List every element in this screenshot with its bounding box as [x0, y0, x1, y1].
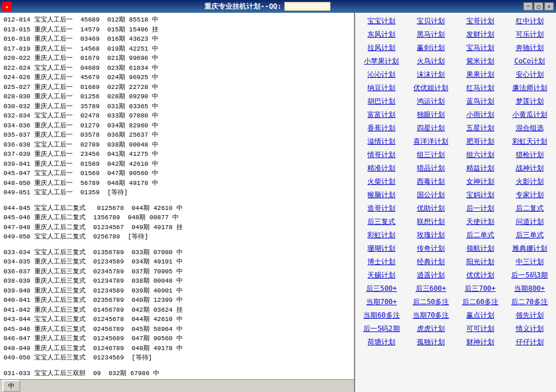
- plan-link[interactable]: 可可计划: [456, 323, 505, 335]
- plan-link[interactable]: 战神计划: [505, 162, 554, 174]
- plan-link[interactable]: 财神计划: [456, 336, 505, 348]
- plan-link[interactable]: 后一计划: [456, 202, 505, 215]
- plan-link[interactable]: 后三复式: [357, 216, 406, 228]
- plan-link[interactable]: 红马计划: [456, 82, 505, 94]
- plan-link[interactable]: 逍遥计划: [407, 269, 455, 281]
- plan-link[interactable]: 珊瑚计划: [357, 243, 406, 255]
- plan-link[interactable]: 四星计划: [407, 122, 455, 134]
- plan-link[interactable]: 后三单式: [505, 229, 554, 241]
- plan-link[interactable]: 奔驰计划: [505, 42, 554, 54]
- plan-link[interactable]: 赢剑计划: [407, 42, 455, 54]
- plan-link[interactable]: 后三700+: [456, 283, 505, 295]
- plan-link[interactable]: 优优姐计划: [407, 82, 455, 94]
- plan-link[interactable]: 溢情计划: [357, 136, 406, 148]
- plan-link[interactable]: 果果计划: [456, 69, 505, 81]
- plan-link[interactable]: 香蕉计划: [357, 122, 406, 134]
- plan-link[interactable]: 火鸟计划: [407, 55, 455, 67]
- plan-link[interactable]: 后三600+: [407, 283, 455, 295]
- plan-link[interactable]: 黑马计划: [407, 28, 455, 41]
- plan-link[interactable]: 安心计划: [505, 69, 554, 81]
- plan-link[interactable]: 鸿运计划: [407, 95, 455, 108]
- plan-link[interactable]: 领航计划: [456, 243, 505, 255]
- plan-link[interactable]: 独眼计划: [407, 109, 455, 121]
- plan-link[interactable]: 彩虹计划: [357, 229, 406, 241]
- plan-link[interactable]: 领先计划: [505, 309, 554, 322]
- plan-link[interactable]: 情义计划: [505, 323, 554, 335]
- plan-link[interactable]: 传奇计划: [407, 243, 455, 255]
- plan-link[interactable]: 梦莲计划: [505, 95, 554, 108]
- plan-link[interactable]: 天使计划: [456, 216, 505, 228]
- plan-link[interactable]: 彩虹天计划: [505, 136, 554, 148]
- plan-link[interactable]: 赢点计划: [456, 309, 505, 322]
- plan-link[interactable]: 组三计划: [407, 149, 455, 161]
- plan-link[interactable]: 廉法师计划: [505, 82, 554, 94]
- plan-link[interactable]: 雅典娜计划: [505, 243, 554, 255]
- plan-link[interactable]: 紫米计划: [456, 55, 505, 67]
- plan-link[interactable]: 精准计划: [357, 162, 406, 174]
- plan-link[interactable]: 猴脑计划: [357, 189, 406, 201]
- plan-link[interactable]: 宝贝计划: [407, 15, 455, 27]
- data-scroll-area[interactable]: 012-014 宝宝人工后一 45689 012期 85518 中013-015…: [0, 13, 354, 379]
- plan-link[interactable]: 经典计划: [407, 256, 455, 268]
- plan-link[interactable]: 西毒计划: [407, 176, 455, 188]
- plan-link[interactable]: 后三500+: [357, 283, 406, 295]
- plan-link[interactable]: 当期700+: [357, 296, 406, 308]
- plan-link[interactable]: 后二单式: [456, 229, 505, 241]
- plan-link[interactable]: 专家计划: [505, 189, 554, 201]
- plan-link[interactable]: 东风计划: [357, 28, 406, 41]
- plan-link[interactable]: 小黄瓜计划: [505, 109, 554, 121]
- maximize-button[interactable]: □: [534, 2, 543, 10]
- plan-link[interactable]: 荷塘计划: [357, 336, 406, 348]
- plan-link[interactable]: 火影计划: [505, 176, 554, 188]
- plan-link[interactable]: 联想计划: [407, 216, 455, 228]
- plan-link[interactable]: 宝哥计划: [456, 15, 505, 27]
- plan-link[interactable]: 混合组选: [505, 122, 554, 134]
- plan-link[interactable]: 玫瑰计划: [407, 229, 455, 241]
- plan-link[interactable]: 后二70多注: [505, 296, 554, 308]
- plan-link[interactable]: 精益计划: [456, 162, 505, 174]
- plan-link[interactable]: 虎虎计划: [407, 323, 455, 335]
- plan-link[interactable]: 孤独计划: [407, 336, 455, 348]
- plan-link[interactable]: 小雨计划: [456, 109, 505, 121]
- plan-link[interactable]: 肥哥计划: [456, 136, 505, 148]
- plan-link[interactable]: 后二50多注: [407, 296, 455, 308]
- qq-input[interactable]: [284, 2, 331, 11]
- plan-link[interactable]: 天赐计划: [357, 269, 406, 281]
- plan-link[interactable]: 蓝鸟计划: [456, 95, 505, 108]
- plan-link[interactable]: 优优计划: [456, 269, 505, 281]
- plan-link[interactable]: CoCo计划: [505, 55, 554, 67]
- plan-link[interactable]: 小苹果计划: [357, 55, 406, 67]
- plan-link[interactable]: 拉风计划: [357, 42, 406, 54]
- plan-link[interactable]: 博士计划: [357, 256, 406, 268]
- plan-link[interactable]: 后二复式: [505, 202, 554, 215]
- plan-link[interactable]: 喜洋洋计划: [407, 136, 455, 148]
- plan-link[interactable]: 可乐计划: [505, 28, 554, 41]
- plan-link[interactable]: 造哥计划: [357, 202, 406, 215]
- minimize-button[interactable]: ─: [523, 2, 533, 10]
- plan-link[interactable]: 后二60多注: [456, 296, 505, 308]
- plan-link[interactable]: 阳光计划: [456, 256, 505, 268]
- plan-link[interactable]: 沫沫计划: [407, 69, 455, 81]
- plan-link[interactable]: 当期60多注: [357, 309, 406, 322]
- plan-link[interactable]: 火柴计划: [357, 176, 406, 188]
- plan-link[interactable]: 女神计划: [456, 176, 505, 188]
- plan-link[interactable]: 纳豆计划: [357, 82, 406, 94]
- close-button[interactable]: ✕: [544, 2, 554, 10]
- plan-link[interactable]: 发财计划: [456, 28, 505, 41]
- plan-link[interactable]: 后一5码2期: [357, 323, 406, 335]
- plan-link[interactable]: 猎品计划: [407, 162, 455, 174]
- plan-link[interactable]: 五星计划: [456, 122, 505, 134]
- plan-link[interactable]: 后一5码3期: [505, 269, 554, 281]
- plan-link[interactable]: 沁沁计划: [357, 69, 406, 81]
- plan-link[interactable]: 仔仔计划: [505, 336, 554, 348]
- plan-link[interactable]: 国公计划: [407, 189, 455, 201]
- plan-link[interactable]: 情哥计划: [357, 149, 406, 161]
- status-button[interactable]: 中: [2, 380, 20, 392]
- plan-link[interactable]: 红中计划: [505, 15, 554, 27]
- plan-link[interactable]: 胡巴计划: [357, 95, 406, 108]
- plan-link[interactable]: 宝妈计划: [456, 189, 505, 201]
- plan-link[interactable]: 组六计划: [456, 149, 505, 161]
- plan-link[interactable]: 问道计划: [505, 216, 554, 228]
- plan-link[interactable]: 宝宝计划: [357, 15, 406, 27]
- plan-link[interactable]: 当期70多注: [407, 309, 455, 322]
